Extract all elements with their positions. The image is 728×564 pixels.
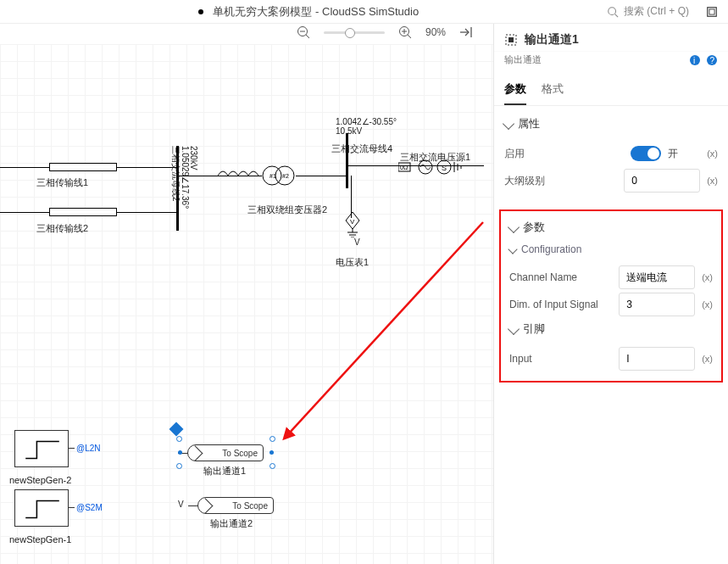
svg-line-6 (306, 35, 309, 38)
component-output-channel-1[interactable]: To Scope (187, 444, 264, 461)
component-bus4[interactable] (346, 133, 348, 188)
dirty-dot-icon (198, 9, 203, 14)
chevron-down-icon (503, 118, 514, 130)
fullscreen-icon[interactable] (706, 6, 718, 18)
label-bus4-angle: 1.0042∠-30.55° (336, 117, 397, 126)
toggle-enable[interactable] (631, 146, 661, 161)
svg-text:0Ω: 0Ω (400, 165, 408, 170)
svg-line-1 (615, 14, 619, 17)
zoom-in-icon[interactable] (398, 25, 412, 39)
rotate-handle-icon[interactable] (169, 422, 184, 437)
chevron-down-icon (508, 244, 517, 254)
svg-text:?: ? (710, 56, 715, 65)
port-output-channel-2: V (178, 500, 184, 509)
input-pin[interactable] (619, 347, 695, 371)
svg-line-10 (408, 35, 411, 38)
section-attributes[interactable]: 属性 (504, 116, 718, 131)
panel-tabs: 参数 格式 (494, 73, 728, 106)
search-input[interactable]: 搜索 (Ctrl + Q) (607, 4, 718, 19)
label-tline1: 三相传输线1 (36, 176, 88, 189)
label-bus4: 三相交流母线4 (331, 142, 392, 155)
close-dim-icon[interactable]: (x) (702, 299, 713, 310)
close-channel-name-icon[interactable]: (x) (702, 272, 713, 282)
document-title: 单机无穷大案例模型 - CloudSS SimStudio (213, 5, 419, 18)
panel-title: 输出通道1 (525, 32, 579, 47)
svg-text:#2: #2 (282, 173, 289, 179)
input-channel-name[interactable] (619, 265, 695, 289)
label-output-channel-2: 输出通道2 (210, 517, 253, 530)
label-outline-level: 大纲级别 (504, 174, 617, 188)
output-channel-icon (504, 33, 518, 47)
properties-panel: 输出通道1 输出通道 i ? 参数 格式 属性 启用 开 (x) 大纲级别 (x… (493, 24, 728, 564)
fit-icon[interactable] (459, 25, 473, 39)
label-pin-input: Input (509, 353, 612, 365)
label-bus4-voltage: 10.5kV (336, 126, 362, 136)
svg-rect-3 (709, 8, 714, 14)
close-pin-icon[interactable]: (x) (702, 354, 713, 364)
svg-rect-33 (508, 37, 514, 42)
svg-point-0 (609, 7, 616, 14)
svg-text:i: i (693, 56, 695, 65)
zoom-level: 90% (425, 26, 446, 38)
annotation-arrow-icon (280, 214, 492, 451)
label-tline2: 三相传输线2 (36, 222, 88, 235)
component-transformer[interactable]: #1#2 (262, 163, 296, 188)
label-enable: 启用 (504, 147, 624, 161)
svg-line-31 (288, 222, 483, 434)
info-icon[interactable]: i (689, 54, 701, 66)
highlighted-params-box: 参数 Configuration Channel Name (x) Dim. o… (499, 209, 723, 383)
inductor-icon (218, 170, 260, 181)
component-tline2[interactable] (49, 208, 117, 216)
label-bus2: 三相交流母线2 (169, 146, 181, 202)
component-output-channel-2[interactable]: To Scope (197, 497, 274, 514)
label-stepgen1: newStepGen-2 (9, 475, 71, 485)
section-params[interactable]: 参数 (509, 220, 713, 235)
label-bus2-voltage: 230kV (189, 146, 198, 170)
section-pins[interactable]: 引脚 (509, 321, 713, 337)
tab-format[interactable]: 格式 (542, 73, 564, 105)
component-vsource[interactable]: 0Ω S (398, 159, 466, 175)
port-stepgen2[interactable]: @S2M (76, 503, 103, 512)
svg-text:#1: #1 (270, 173, 276, 179)
zoom-slider[interactable] (324, 31, 385, 34)
input-dim[interactable] (619, 293, 695, 316)
zoom-out-icon[interactable] (297, 25, 310, 39)
enable-state: 开 (668, 147, 678, 161)
chevron-down-icon (508, 323, 520, 335)
help-icon[interactable]: ? (706, 54, 718, 66)
port-stepgen1[interactable]: @L2N (76, 444, 101, 453)
tab-params[interactable]: 参数 (504, 73, 526, 105)
label-stepgen2: newStepGen-1 (9, 534, 71, 544)
schematic-canvas[interactable]: 三相传输线1 三相传输线2 三相交流母线2 1.05029∠17.36° 230… (0, 44, 493, 564)
section-configuration[interactable]: Configuration (509, 243, 713, 255)
search-placeholder: 搜索 (Ctrl + Q) (624, 4, 689, 19)
component-stepgen2[interactable] (14, 489, 69, 527)
chevron-down-icon (508, 221, 520, 233)
label-dim-input: Dim. of Input Signal (509, 299, 612, 310)
search-icon (607, 6, 619, 18)
label-channel-name: Channel Name (509, 271, 612, 283)
input-outline-level[interactable] (624, 169, 700, 193)
label-output-channel-1: 输出通道1 (203, 465, 246, 477)
svg-text:S: S (442, 164, 447, 172)
close-outline-icon[interactable]: (x) (707, 176, 718, 186)
svg-rect-2 (708, 7, 717, 16)
component-tline1[interactable] (49, 163, 117, 171)
component-stepgen1[interactable] (14, 430, 69, 467)
close-enable-icon[interactable]: (x) (707, 148, 718, 159)
panel-subtitle: 输出通道 (504, 53, 542, 66)
